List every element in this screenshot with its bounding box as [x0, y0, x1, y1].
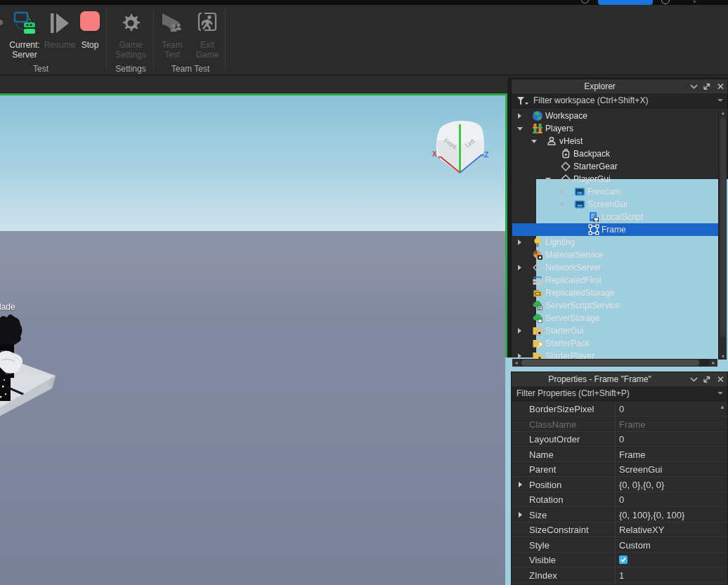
svg-text:X: X — [432, 150, 437, 158]
svg-text:Z: Z — [484, 150, 489, 159]
